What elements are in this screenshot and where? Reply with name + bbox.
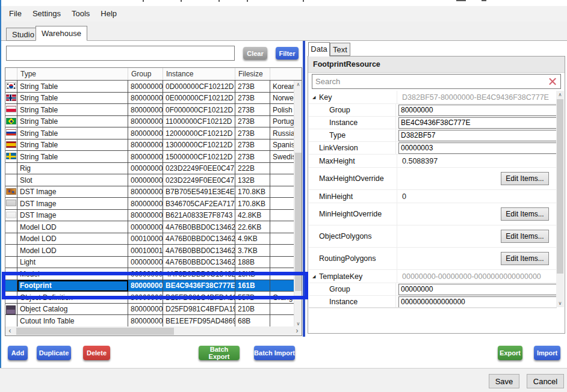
- property-input-group[interactable]: [398, 105, 557, 116]
- vertical-scrollbar[interactable]: [294, 81, 302, 328]
- table-row[interactable]: Model LOD000100004A76B0BBD0C134624.9KB: [5, 233, 302, 245]
- table-row[interactable]: String Table8000000012000000CF10212D273B…: [5, 127, 302, 139]
- table-row[interactable]: Light000000004A76B0BBD0C13462188B: [5, 257, 302, 269]
- property-input-instance[interactable]: [398, 117, 557, 129]
- table-row[interactable]: String Table800000000D000000CF10212D273B…: [5, 81, 302, 93]
- duplicate-button[interactable]: Duplicate: [37, 346, 71, 360]
- table-row[interactable]: DST Image80000000B346705CAF2EA717170.8KB: [5, 198, 302, 210]
- clear-search-icon[interactable]: [548, 77, 557, 86]
- scroll-down-icon[interactable]: [556, 299, 564, 307]
- menu-tools[interactable]: Tools: [66, 6, 95, 22]
- column-header-filesize: Filesize: [235, 68, 270, 80]
- property-row-maxheightoverride: MaxHeightOverrideEdit Items...: [309, 168, 557, 190]
- scroll-up-icon[interactable]: [556, 91, 564, 99]
- table-row[interactable]: Model LOD000100014A76B0BBD0C134623.7KB: [5, 245, 302, 257]
- expander-icon[interactable]: ◢: [312, 95, 315, 100]
- clipped-text-fragment: [247, 0, 248, 2]
- property-input-type[interactable]: [398, 130, 557, 141]
- table-row[interactable]: Model LOD000000004A76B0BBD0C1346222.6KB: [5, 221, 302, 233]
- table-row[interactable]: String Table8000000015000000CF10212D273B…: [5, 151, 302, 163]
- menu-file[interactable]: File: [4, 6, 27, 22]
- cell-group: 80000000: [128, 81, 163, 93]
- property-label: Group: [309, 106, 395, 114]
- cell-filesize: 3.7KB: [235, 245, 270, 257]
- cell-icon: [5, 151, 17, 163]
- vertical-scrollbar-thumb[interactable]: [295, 153, 302, 291]
- tab-warehouse[interactable]: Warehouse: [36, 26, 87, 41]
- batch-import-button[interactable]: Batch Import: [254, 346, 295, 360]
- inspector-tab-data[interactable]: Data: [308, 42, 330, 57]
- cell-group: 80000000: [128, 139, 163, 152]
- table-row[interactable]: String Table800000000F000000CF10212D273B…: [5, 104, 302, 116]
- import-button[interactable]: Import: [534, 346, 560, 360]
- cell-group: 80000000: [128, 186, 163, 198]
- inspector-search-input[interactable]: [312, 75, 553, 88]
- inspector-tab-text[interactable]: Text: [330, 43, 350, 56]
- inspector-scrollbar[interactable]: [556, 91, 564, 307]
- property-row-instance: Instance: [309, 296, 557, 308]
- add-button[interactable]: Add: [8, 346, 28, 360]
- dst-color-icon: [6, 188, 16, 195]
- property-grid: ◢KeyD382BF57-80000000-BE4C9436F38C777EGr…: [309, 91, 557, 308]
- cell-instance: 12000000CF10212D: [163, 127, 235, 139]
- property-input-group[interactable]: [398, 284, 557, 295]
- edit-items-button[interactable]: Edit Items...: [501, 207, 549, 221]
- cell-name: Portuguese: [270, 116, 294, 128]
- edit-items-button[interactable]: Edit Items...: [501, 172, 549, 185]
- clear-button[interactable]: Clear: [243, 47, 267, 60]
- cell-name: [270, 174, 294, 186]
- table-row[interactable]: DST Image80000000B621A0833E7F874342.8KB: [5, 210, 302, 222]
- export-button[interactable]: Export: [498, 346, 522, 360]
- edit-items-button[interactable]: Edit Items...: [501, 230, 549, 243]
- cell-filesize: 210B: [235, 304, 270, 316]
- expander-icon[interactable]: ◢: [312, 274, 315, 279]
- cell-group: 00000000: [128, 221, 163, 233]
- edit-items-button[interactable]: Edit Items...: [501, 252, 549, 265]
- cell-icon: [5, 210, 17, 222]
- table-row[interactable]: String Table8000000011000000CF10212D273B…: [5, 116, 302, 128]
- cell-group: 80000000: [128, 151, 163, 163]
- delete-button[interactable]: Delete: [83, 346, 110, 360]
- horizontal-scrollbar-thumb[interactable]: [16, 328, 174, 335]
- table-row[interactable]: Object Definition80000000D25FD981C4BFDA1…: [5, 292, 302, 304]
- table-row[interactable]: String Table8000000013000000CF10212D273B…: [5, 139, 302, 152]
- filter-button[interactable]: Filter: [276, 47, 299, 60]
- inspector-scrollbar-thumb[interactable]: [557, 99, 563, 274]
- table-row-selected[interactable]: Footprint80000000BE4C9436F38C777E161B: [5, 280, 302, 292]
- cell-instance: BE4C9436F38C777E: [163, 280, 235, 292]
- table-row[interactable]: String Table800000000E000000CF10212D273B…: [5, 93, 302, 105]
- scroll-up-icon[interactable]: [294, 81, 302, 88]
- cancel-button[interactable]: Cancel: [527, 374, 564, 388]
- table-row[interactable]: DST Image80000000B7B705E5491E3E4E170.8KB: [5, 186, 302, 198]
- table-row[interactable]: Cutout Info Table80000000BE1EE7FD95AD486…: [5, 315, 302, 327]
- cell-type: Rig: [17, 163, 128, 175]
- filter-search-input[interactable]: [6, 46, 235, 61]
- save-button[interactable]: Save: [489, 374, 519, 388]
- cell-name: Korean: [270, 81, 294, 93]
- cell-group: 80000000: [128, 198, 163, 210]
- property-value: Edit Items...: [397, 225, 557, 247]
- property-input-linkversion[interactable]: [398, 142, 557, 154]
- main-tabstrip: StudioWarehouse: [1, 22, 567, 41]
- horizontal-scrollbar[interactable]: [5, 326, 302, 335]
- property-value: [395, 129, 557, 141]
- cell-instance: 4A76B0BBD0C13462: [163, 245, 235, 257]
- cell-instance: 11000000CF10212D: [163, 116, 235, 128]
- table-row[interactable]: Rig00000000023D2249F0EE0C47222B: [5, 163, 302, 175]
- property-input-instance[interactable]: [398, 296, 557, 308]
- table-row[interactable]: Object Catalog80000000D25FD981C4BFDA1921…: [5, 304, 302, 316]
- table-row[interactable]: Model000000004A76B0BBD0C1346218KB: [5, 268, 302, 280]
- table-row[interactable]: Slot00000000023D2249F0EE0C47132B: [5, 174, 302, 186]
- property-row-maxheight: MaxHeight0.5088397: [309, 155, 557, 168]
- menu-settings[interactable]: Settings: [27, 6, 66, 22]
- scroll-right-icon[interactable]: [293, 327, 301, 335]
- batch-export-button[interactable]: Batch Export: [199, 346, 240, 360]
- property-label: RoutingPolygons: [309, 254, 397, 263]
- property-value: D382BF57-80000000-BE4C9436F38C777E: [397, 91, 557, 103]
- inspector-panel: FootprintResource ◢KeyD382BF57-80000000-…: [308, 56, 565, 334]
- cell-group: 80000000: [128, 280, 163, 292]
- property-row-templatekey: ◢TemplateKey00000000-00000000-0000000000…: [309, 270, 557, 283]
- menu-help[interactable]: Help: [95, 6, 122, 22]
- cell-icon: [5, 292, 17, 304]
- scroll-left-icon[interactable]: [6, 327, 14, 335]
